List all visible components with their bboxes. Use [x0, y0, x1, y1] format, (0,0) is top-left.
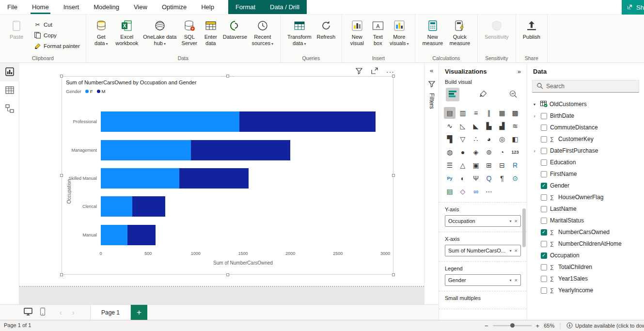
report-view-button[interactable]	[0, 63, 19, 81]
chevron-down-icon[interactable]: ▾	[531, 102, 538, 107]
zoom-out-button[interactable]: −	[485, 322, 488, 330]
legend-field[interactable]: Gender ▾ ×	[445, 274, 521, 286]
visual-type-line-and-stacked-column-chart[interactable]: ▙	[483, 120, 495, 132]
field-row-commutedistance[interactable]: CommuteDistance	[527, 122, 644, 133]
visual-type-100-stacked-bar-chart[interactable]: ▦	[496, 107, 508, 119]
visual-type-donut-chart[interactable]: ◎	[496, 133, 508, 145]
menu-help[interactable]: Help	[194, 0, 221, 14]
search-input[interactable]	[546, 83, 635, 90]
format-visual-tab[interactable]	[476, 88, 490, 101]
remove-field-button[interactable]: ×	[515, 248, 518, 253]
filter-icon[interactable]	[355, 67, 363, 76]
paste-button[interactable]: Paste	[4, 17, 29, 40]
visual-type-metrics[interactable]: ⊙	[509, 173, 521, 184]
chevron-down-icon[interactable]: ▾	[510, 219, 512, 223]
menu-home[interactable]: Home	[25, 0, 56, 14]
field-row-occupation[interactable]: Occupation	[527, 250, 644, 261]
cut-button[interactable]: ✂ Cut	[34, 21, 80, 28]
field-row-maritalstatus[interactable]: MaritalStatus	[527, 215, 644, 226]
field-row-gender[interactable]: Gender	[527, 180, 644, 191]
visual-type-card[interactable]: 123	[509, 146, 521, 158]
zoom-in-button[interactable]: +	[536, 322, 540, 330]
selection-handle[interactable]	[392, 273, 395, 276]
visual-type-matrix[interactable]: ⊟	[496, 159, 508, 171]
bar-segment-f[interactable]	[101, 225, 127, 245]
get-data-button[interactable]: Get data▾	[90, 17, 112, 46]
legend-item-f[interactable]: F	[85, 89, 93, 94]
table-view-button[interactable]	[0, 81, 19, 100]
field-row-education[interactable]: Education	[527, 157, 644, 168]
menu-data-drill-contextual-tab[interactable]: Data / Drill	[263, 0, 307, 14]
visual-type-table[interactable]: ⊞	[483, 159, 495, 171]
recent-sources-button[interactable]: Recent sources▾	[249, 17, 276, 46]
visual-type-multi-row-card[interactable]: ☰	[444, 159, 456, 171]
selection-handle[interactable]	[60, 273, 63, 276]
bar-segment-m[interactable]	[132, 196, 165, 217]
visual-type-key-influencers[interactable]: ◐	[457, 173, 469, 184]
mobile-layout-button[interactable]	[40, 307, 46, 317]
visual-type-gauge[interactable]: ◔	[496, 146, 508, 158]
field-checkbox[interactable]	[541, 125, 547, 131]
report-page[interactable]: ··· ······ Sum of NumberCarsOwned by Occ…	[19, 63, 424, 287]
visual-type-power-apps[interactable]: ◇	[457, 186, 469, 197]
expand-filters-icon[interactable]: «	[430, 67, 433, 74]
share-button[interactable]: Share	[622, 0, 644, 15]
visual-type-shape-map[interactable]: ◈	[470, 146, 482, 158]
visual-type-kpi[interactable]: △	[457, 159, 469, 171]
visual-type-treemap[interactable]: ◧	[509, 133, 521, 145]
visual-type-slicer[interactable]: ▣	[470, 159, 482, 171]
visual-type-more-visual-types[interactable]: ⋯	[483, 186, 495, 197]
visual-type-clustered-bar-chart[interactable]: ≡	[470, 107, 482, 119]
visual-type-waterfall-chart[interactable]: ▜	[444, 133, 456, 145]
new-measure-button[interactable]: New measure	[419, 17, 446, 46]
menu-file[interactable]: File	[0, 0, 25, 14]
bar-segment-f[interactable]	[101, 111, 239, 132]
visual-type-azure-map[interactable]: ⊚	[483, 146, 495, 158]
format-painter-button[interactable]: Format painter	[34, 42, 80, 49]
field-row-year1sales[interactable]: ∑ Year1Sales	[527, 273, 644, 284]
selection-handle[interactable]	[60, 75, 63, 78]
selection-handle[interactable]	[226, 273, 229, 276]
sensitivity-button[interactable]: Sensitivity	[482, 17, 512, 40]
enter-data-button[interactable]: Enter data	[201, 17, 221, 46]
field-checkbox[interactable]	[541, 136, 547, 142]
excel-workbook-button[interactable]: X Excel workbook	[112, 17, 141, 46]
selection-handle[interactable]	[392, 75, 395, 78]
field-checkbox[interactable]	[541, 148, 547, 154]
bar-segment-m[interactable]	[239, 111, 376, 132]
field-checkbox[interactable]	[541, 113, 547, 119]
visual-type-clustered-column-chart[interactable]: ∥	[483, 107, 495, 119]
field-row-totalchildren[interactable]: ∑ TotalChildren	[527, 261, 644, 273]
report-canvas[interactable]: ··· ······ Sum of NumberCarsOwned by Occ…	[19, 63, 424, 304]
text-box-button[interactable]: A Text box	[368, 17, 388, 46]
visual-type-area-chart[interactable]: ◺	[457, 120, 469, 132]
field-checkbox-checked[interactable]	[541, 229, 547, 236]
visual-type-pie-chart[interactable]: ◕	[483, 133, 495, 145]
focus-mode-icon[interactable]	[371, 67, 378, 76]
field-row-houseownerflag[interactable]: ∑ HouseOwnerFlag	[527, 191, 644, 203]
update-available-link[interactable]: Update available (click to download)	[566, 322, 644, 330]
analytics-tab[interactable]	[506, 88, 520, 101]
field-checkbox[interactable]	[541, 287, 547, 294]
more-visuals-button[interactable]: More visuals▾	[388, 17, 411, 46]
field-row-birthdate[interactable]: › BirthDate	[527, 110, 644, 122]
legend-item-m[interactable]: M	[97, 89, 106, 94]
collapse-pane-icon[interactable]: »	[518, 68, 521, 75]
field-checkbox[interactable]	[541, 159, 547, 166]
visual-type-scatter-chart[interactable]: ∴	[470, 133, 482, 145]
model-view-button[interactable]	[0, 100, 19, 118]
menu-view[interactable]: View	[126, 0, 155, 14]
x-axis-field[interactable]: Sum of NumberCarsO... ▾ ×	[445, 245, 521, 256]
bar-segment-m[interactable]	[179, 168, 249, 189]
copy-button[interactable]: Copy	[34, 32, 80, 39]
chevron-down-icon[interactable]: ▾	[510, 249, 512, 253]
field-checkbox[interactable]	[541, 264, 547, 270]
visual-type-100-stacked-column-chart[interactable]: ▩	[509, 107, 521, 119]
field-checkbox-checked[interactable]	[541, 183, 547, 189]
search-box[interactable]	[532, 80, 639, 93]
field-row-numberchildrenathome[interactable]: ∑ NumberChildrenAtHome	[527, 238, 644, 250]
chevron-right-icon[interactable]: ›	[531, 148, 538, 154]
table-oldcustomers[interactable]: ▾ OldCustomers	[527, 98, 644, 110]
menu-optimize[interactable]: Optimize	[155, 0, 194, 14]
visual-type-power-automate[interactable]: ∞	[470, 186, 482, 197]
